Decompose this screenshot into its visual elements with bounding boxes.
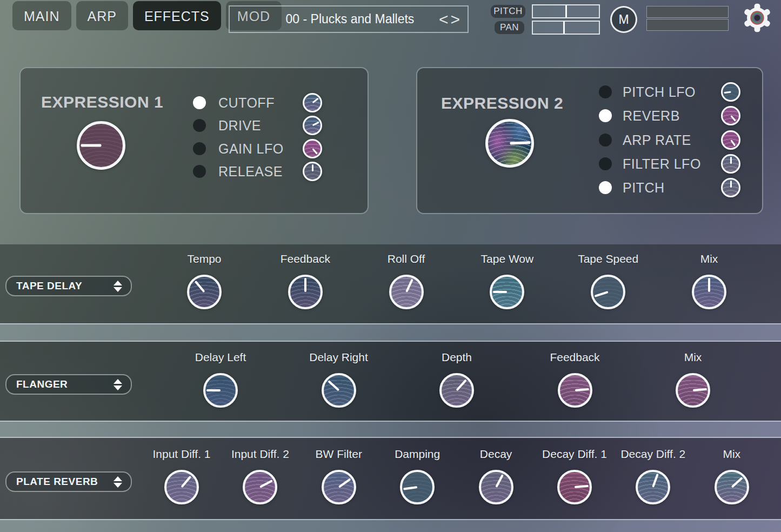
flanger-depth-cell: Depth [439, 373, 474, 408]
flanger-mix-knob-pointer [693, 388, 707, 391]
knob-label: Decay Diff. 1 [542, 448, 607, 461]
tape-delay-roll-off-cell: Roll Off [389, 275, 424, 309]
plate-reverb-decay-diff-2-cell: Decay Diff. 2 [636, 470, 670, 504]
tape-delay-roll-off-knob-pointer [405, 279, 413, 292]
flanger-mix-knob[interactable] [676, 373, 710, 408]
pitch-lfo-mini-knob[interactable] [721, 82, 740, 102]
release-mini-knob[interactable] [303, 162, 322, 181]
expression-2-big-knob[interactable] [485, 119, 534, 168]
plate-reverb-decay-knob[interactable] [479, 470, 513, 504]
release-mini-knob-pointer [312, 164, 313, 171]
pitch-slider-handle[interactable] [565, 5, 567, 17]
radio-filter-lfo[interactable] [599, 157, 612, 170]
plate-reverb-input-diff-1-knob[interactable] [164, 470, 199, 504]
tape-delay-tape-wow-cell: Tape Wow [490, 275, 524, 309]
tape-delay-tempo-knob[interactable] [187, 275, 222, 309]
expression-1-big-knob-pointer [81, 144, 101, 147]
tape-delay-roll-off-knob[interactable] [389, 275, 424, 309]
plate-reverb-decay-diff-2-knob[interactable] [636, 470, 670, 504]
filter-lfo-mini-knob[interactable] [721, 154, 740, 174]
plate-reverb-decay-diff-2-knob-pointer [652, 474, 659, 488]
radio-pitch-lfo[interactable] [599, 85, 612, 98]
output-meter-bottom [646, 19, 729, 31]
midi-button[interactable]: M [610, 6, 637, 33]
tape-delay-feedback-cell: Feedback [288, 275, 323, 309]
settings-gear-icon[interactable] [742, 2, 773, 34]
preset-prev-icon[interactable]: < [439, 8, 449, 31]
knob-label: Input Diff. 2 [231, 448, 289, 461]
knob-label: Tempo [187, 252, 221, 265]
tape-delay-tempo-knob-pointer [195, 281, 205, 292]
expression-1-title: EXPRESSION 1 [41, 93, 163, 111]
plate-reverb-damping-knob[interactable] [400, 470, 435, 504]
knob-label: Depth [442, 351, 472, 364]
pan-slider[interactable] [532, 21, 600, 35]
plate-reverb-decay-knob-pointer [495, 474, 504, 488]
radio-pitch[interactable] [599, 181, 612, 194]
tape-delay-knob-strip: TempoFeedbackRoll OffTape WowTape SpeedM… [0, 275, 726, 309]
plate-reverb-decay-cell: Decay [479, 470, 513, 504]
flanger-feedback-knob-pointer [575, 388, 589, 391]
preset-nav: < > [439, 8, 468, 31]
knob-label: Delay Left [195, 351, 246, 364]
flanger-delay-right-knob[interactable] [322, 373, 356, 408]
knob-label: Input Diff. 1 [152, 448, 210, 461]
tape-delay-tape-wow-knob[interactable] [490, 275, 524, 309]
drive-mini-knob-pointer [312, 122, 319, 127]
tape-delay-tape-speed-cell: Tape Speed [591, 275, 625, 309]
pan-slider-handle[interactable] [563, 22, 565, 34]
expression-1-panel: EXPRESSION 1 CUTOFFDRIVEGAIN LFORELEASE [19, 67, 369, 214]
bottom-strip [0, 519, 781, 532]
flanger-delay-left-cell: Delay Left [203, 373, 238, 408]
tape-delay-mix-cell: Mix [692, 275, 726, 309]
pitch-slider[interactable] [532, 4, 600, 18]
tab-main[interactable]: MAIN [12, 1, 71, 30]
tape-delay-feedback-knob-pointer [304, 278, 306, 292]
flanger-depth-knob[interactable] [439, 373, 474, 408]
cutoff-mini-knob[interactable] [303, 93, 322, 112]
radio-drive[interactable] [193, 119, 206, 132]
knob-label: Delay Right [309, 351, 368, 364]
tape-delay-tape-speed-knob[interactable] [591, 275, 625, 309]
plate-reverb-row: PLATE REVERBInput Diff. 1Input Diff. 2BW… [0, 438, 781, 519]
plate-reverb-knob-strip: Input Diff. 1Input Diff. 2BW FilterDampi… [0, 470, 749, 504]
plate-reverb-bw-filter-knob[interactable] [322, 470, 356, 504]
tape-delay-mix-knob[interactable] [692, 275, 726, 309]
filter-lfo-mini-knob-pointer [730, 157, 732, 164]
expression-2-panel: EXPRESSION 2 PITCH LFOREVERBARP RATEFILT… [416, 67, 763, 214]
flanger-row: FLANGERDelay LeftDelay RightDepthFeedbac… [0, 342, 781, 421]
plate-reverb-mix-cell: Mix [715, 470, 749, 504]
plate-reverb-input-diff-2-knob[interactable] [243, 470, 277, 504]
plate-reverb-bw-filter-cell: BW Filter [322, 470, 356, 504]
flanger-delay-right-cell: Delay Right [322, 373, 356, 408]
radio-release[interactable] [193, 165, 206, 178]
plugin-window: MAINARPEFFECTSMOD 00 - Plucks and Mallet… [0, 0, 781, 532]
pitch-mini-knob[interactable] [721, 178, 740, 197]
preset-next-icon[interactable]: > [450, 8, 460, 31]
flanger-feedback-knob[interactable] [558, 373, 592, 408]
expression-2-title: EXPRESSION 2 [441, 94, 563, 112]
reverb-mini-knob[interactable] [721, 106, 740, 125]
knob-label: BW Filter [316, 448, 362, 461]
drive-mini-knob[interactable] [303, 116, 322, 135]
output-meter-top [646, 6, 729, 18]
radio-gain-lfo[interactable] [193, 142, 206, 155]
expression-1-big-knob[interactable] [77, 121, 125, 170]
plate-reverb-decay-diff-1-knob[interactable] [557, 470, 592, 504]
tab-arp[interactable]: ARP [76, 1, 128, 30]
flanger-feedback-cell: Feedback [558, 373, 592, 408]
radio-arp-rate[interactable] [599, 134, 612, 147]
plate-reverb-mix-knob[interactable] [715, 470, 749, 504]
expression-2-big-knob-pointer [510, 141, 530, 144]
preset-selector[interactable]: 00 - Plucks and Mallets < > [229, 5, 469, 33]
tab-effects[interactable]: EFFECTS [133, 1, 221, 30]
gain-lfo-mini-knob[interactable] [303, 139, 322, 158]
tape-delay-feedback-knob[interactable] [288, 275, 323, 309]
flanger-delay-right-knob-pointer [328, 380, 339, 391]
radio-reverb[interactable] [599, 109, 612, 122]
radio-cutoff[interactable] [193, 96, 206, 109]
target-label-gain-lfo: GAIN LFO [218, 141, 284, 157]
pitch-label: PITCH [491, 5, 525, 18]
flanger-delay-left-knob[interactable] [203, 373, 238, 408]
arp-rate-mini-knob[interactable] [721, 130, 740, 150]
